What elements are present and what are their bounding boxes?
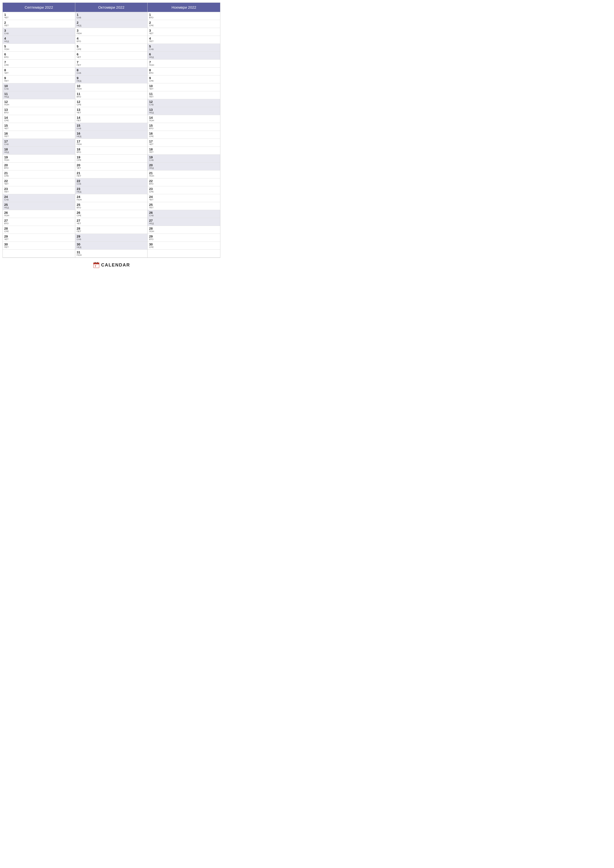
day-number-2-22: 23 — [149, 187, 219, 191]
day-number-2-4: 5 — [149, 45, 219, 48]
day-name-2-8: СРЕ — [149, 80, 219, 82]
day-number-0-11: 12 — [4, 100, 73, 104]
day-cell-2-9: 10ЧЕТ — [148, 84, 220, 91]
day-name-1-22: НЕД — [77, 191, 146, 193]
day-cell-2-7: 8ВТО — [148, 68, 220, 76]
day-cell-0-5: 6ВТО — [3, 52, 75, 60]
day-cell-2-13: 14ПОН — [148, 115, 220, 123]
day-number-2-12: 13 — [149, 108, 219, 112]
day-name-2-18: САБ — [149, 159, 219, 161]
day-name-0-2: САБ — [4, 33, 73, 35]
month-header-1: Октомври 2022 — [75, 3, 148, 12]
day-number-0-29: 30 — [4, 242, 73, 246]
day-cell-2-4: 5САБ — [148, 44, 220, 52]
day-number-1-21: 22 — [77, 179, 146, 183]
day-number-1-15: 16 — [77, 132, 146, 136]
day-number-0-12: 13 — [4, 108, 73, 112]
day-name-1-9: ПОН — [77, 88, 146, 90]
day-cell-0-3: 4НЕД — [3, 36, 75, 44]
day-name-2-7: ВТО — [149, 72, 219, 74]
day-cell-1-14: 15САБ — [75, 123, 148, 131]
day-number-0-19: 20 — [4, 163, 73, 167]
day-number-1-17: 18 — [77, 147, 146, 152]
day-number-2-10: 11 — [149, 92, 219, 96]
day-number-0-8: 9 — [4, 76, 73, 80]
day-cell-2-18: 19САБ — [148, 155, 220, 163]
day-name-1-21: САБ — [77, 183, 146, 185]
day-name-1-3: ВТО — [77, 40, 146, 43]
day-cell-1-7: 8САБ — [75, 68, 148, 76]
day-cell-1-13: 14ПЕТ — [75, 115, 148, 123]
day-number-2-28: 29 — [149, 234, 219, 239]
day-name-1-26: ЧЕТ — [77, 222, 146, 225]
day-name-2-22: СРЕ — [149, 191, 219, 193]
day-name-2-26: НЕД — [149, 222, 219, 225]
day-cell-0-13: 14СРЕ — [3, 115, 75, 123]
day-cell-0-12: 13ВТО — [3, 107, 75, 115]
day-number-2-26: 27 — [149, 219, 219, 223]
day-number-1-2: 3 — [77, 29, 146, 33]
day-name-2-6: ПОН — [149, 64, 219, 67]
day-cell-0-22: 23ПЕТ — [3, 186, 75, 194]
day-number-1-1: 2 — [77, 21, 146, 25]
footer: 7 CALENDAR — [3, 258, 220, 271]
day-name-1-19: ЧЕТ — [77, 167, 146, 169]
day-number-2-20: 21 — [149, 171, 219, 175]
day-number-1-11: 12 — [77, 100, 146, 104]
month-header-2: Ноември 2022 — [148, 3, 220, 12]
day-cell-0-28: 29ЧЕТ — [3, 234, 75, 242]
day-number-1-10: 11 — [77, 92, 146, 96]
day-number-0-22: 23 — [4, 187, 73, 191]
day-cell-2-10: 11ПЕТ — [148, 91, 220, 99]
day-number-2-11: 12 — [149, 100, 219, 104]
day-cell-1-8: 9НЕД — [75, 76, 148, 84]
day-name-2-29: СРЕ — [149, 246, 219, 249]
day-number-1-27: 28 — [77, 227, 146, 231]
day-number-0-6: 7 — [4, 60, 73, 64]
day-number-2-18: 19 — [149, 155, 219, 160]
day-cell-0-25: 26ПОН — [3, 210, 75, 218]
day-name-2-13: ПОН — [149, 119, 219, 122]
day-number-2-0: 1 — [149, 13, 219, 17]
day-cell-1-2: 3ПОН — [75, 28, 148, 36]
day-number-1-22: 23 — [77, 187, 146, 191]
day-number-1-25: 26 — [77, 211, 146, 215]
day-name-2-25: САБ — [149, 214, 219, 217]
day-number-0-23: 24 — [4, 195, 73, 199]
day-number-1-12: 13 — [77, 108, 146, 112]
day-name-1-25: СРЕ — [77, 214, 146, 217]
day-cell-1-16: 17ПОН — [75, 139, 148, 147]
day-cell-1-20: 21ПЕТ — [75, 170, 148, 178]
day-cell-0-21: 22ЧЕТ — [3, 178, 75, 186]
day-cell-1-24: 25ВТО — [75, 202, 148, 210]
day-number-1-26: 27 — [77, 219, 146, 223]
day-name-0-8: ПЕТ — [4, 80, 73, 82]
day-number-1-5: 6 — [77, 53, 146, 56]
day-number-2-6: 7 — [149, 60, 219, 64]
day-number-0-4: 5 — [4, 45, 73, 48]
day-name-0-0: ЧЕТ — [4, 17, 73, 19]
day-cell-1-9: 10ПОН — [75, 84, 148, 91]
day-number-1-8: 9 — [77, 76, 146, 80]
day-number-2-5: 6 — [149, 53, 219, 56]
day-number-0-14: 15 — [4, 124, 73, 128]
day-cell-1-6: 7ПЕТ — [75, 60, 148, 68]
day-cell-0-19: 20ВТО — [3, 163, 75, 170]
day-number-1-29: 30 — [77, 242, 146, 246]
day-number-0-1: 2 — [4, 21, 73, 25]
day-number-1-18: 19 — [77, 155, 146, 160]
day-cell-2-27: 28ПОН — [148, 226, 220, 234]
day-number-0-20: 21 — [4, 171, 73, 175]
day-name-0-10: НЕД — [4, 96, 73, 98]
day-cell-0-7: 8ЧЕТ — [3, 68, 75, 76]
day-name-0-26: ВТО — [4, 222, 73, 225]
day-number-1-4: 5 — [77, 45, 146, 48]
day-number-0-25: 26 — [4, 211, 73, 215]
day-number-0-0: 1 — [4, 13, 73, 17]
day-name-1-17: ВТО — [77, 151, 146, 153]
day-cell-0-17: 18НЕД — [3, 147, 75, 155]
day-name-2-27: ПОН — [149, 230, 219, 233]
day-cell-0-0: 1ЧЕТ — [3, 12, 75, 20]
svg-rect-6 — [97, 262, 98, 263]
day-name-0-27: СРЕ — [4, 230, 73, 233]
